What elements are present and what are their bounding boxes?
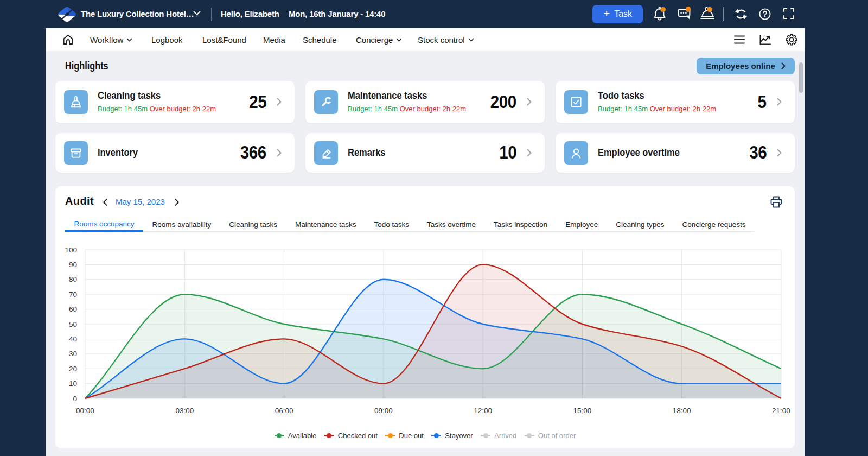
svg-text:00:00: 00:00 — [76, 407, 94, 415]
svg-text:70: 70 — [69, 290, 77, 299]
svg-text:15:00: 15:00 — [573, 407, 592, 415]
svg-text:10: 10 — [69, 379, 77, 388]
svg-text:50: 50 — [69, 320, 77, 328]
svg-text:06:00: 06:00 — [275, 407, 293, 415]
svg-text:60: 60 — [69, 305, 77, 313]
svg-text:30: 30 — [69, 350, 77, 358]
svg-text:80: 80 — [69, 275, 77, 283]
svg-text:100: 100 — [65, 246, 77, 254]
svg-text:40: 40 — [69, 335, 77, 343]
svg-text:21:00: 21:00 — [772, 407, 790, 415]
svg-text:0: 0 — [73, 395, 77, 403]
svg-text:18:00: 18:00 — [673, 407, 691, 415]
svg-text:12:00: 12:00 — [474, 407, 492, 415]
svg-text:09:00: 09:00 — [374, 407, 393, 415]
svg-text:20: 20 — [69, 365, 77, 373]
svg-text:90: 90 — [69, 261, 77, 269]
svg-text:03:00: 03:00 — [175, 407, 194, 415]
